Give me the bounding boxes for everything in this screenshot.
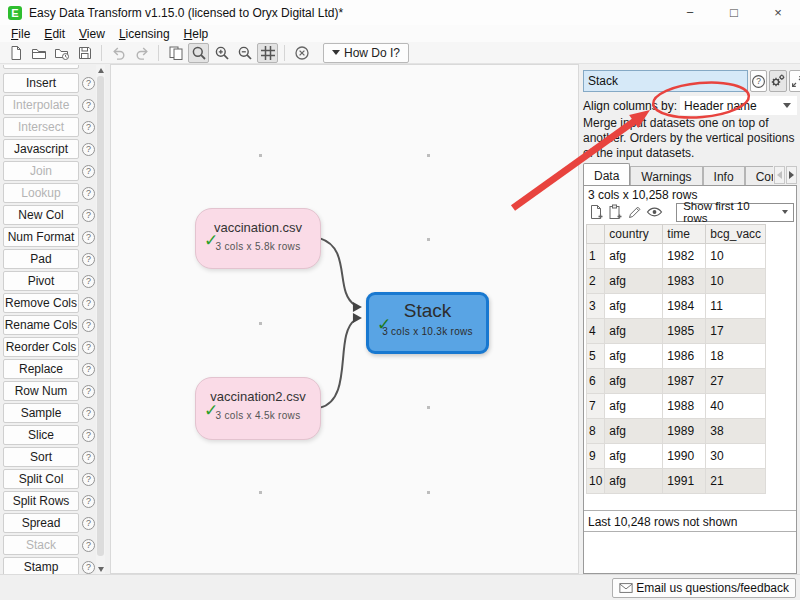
transform-button-replace[interactable]: Replace	[3, 359, 79, 379]
transform-button-stamp[interactable]: Stamp	[3, 557, 79, 574]
menu-edit[interactable]: Edit	[37, 27, 72, 41]
transform-button-pivot[interactable]: Pivot	[3, 271, 79, 291]
row-number-cell[interactable]: 2	[587, 269, 605, 294]
table-cell[interactable]: afg	[605, 369, 663, 394]
transform-button-slice[interactable]: Slice	[3, 425, 79, 445]
table-cell[interactable]: afg	[605, 394, 663, 419]
transform-button-sample[interactable]: Sample	[3, 403, 79, 423]
new-file-button[interactable]	[5, 43, 26, 63]
row-number-cell[interactable]: 6	[587, 369, 605, 394]
node-name-input[interactable]	[583, 70, 748, 92]
node-stack[interactable]: ✓ Stack 3 cols x 10.3k rows	[366, 292, 489, 354]
table-cell[interactable]: 40	[706, 394, 766, 419]
show-rows-select[interactable]: Show first 10 rows	[676, 203, 794, 222]
table-cell[interactable]: 1988	[663, 394, 706, 419]
help-icon[interactable]: ?	[82, 473, 95, 486]
table-cell[interactable]: 1987	[663, 369, 706, 394]
email-feedback-button[interactable]: Email us questions/feedback	[612, 578, 796, 598]
table-cell[interactable]: 1982	[663, 244, 706, 269]
help-button[interactable]: ?	[750, 70, 767, 92]
table-cell[interactable]: afg	[605, 319, 663, 344]
data-table[interactable]: countrytimebcg_vacc1afg1982102afg1983103…	[586, 224, 766, 494]
sidebar-clipped-button[interactable]	[3, 65, 79, 69]
table-cell[interactable]: afg	[605, 344, 663, 369]
tab-data[interactable]: Data	[583, 163, 630, 186]
transform-button-split-col[interactable]: Split Col	[3, 469, 79, 489]
help-icon[interactable]: ?	[82, 429, 95, 442]
table-cell[interactable]: afg	[605, 444, 663, 469]
tab-scroll-right-button[interactable]	[786, 166, 797, 184]
transform-button-remove-cols[interactable]: Remove Cols	[3, 293, 79, 313]
transform-button-reorder-cols[interactable]: Reorder Cols	[3, 337, 79, 357]
table-cell[interactable]: 1985	[663, 319, 706, 344]
help-icon[interactable]: ?	[82, 319, 95, 332]
transform-button-intersect[interactable]: Intersect	[3, 117, 79, 137]
tab-scroll-left-button[interactable]	[774, 166, 785, 184]
transform-button-sort[interactable]: Sort	[3, 447, 79, 467]
expand-panel-button[interactable]	[789, 70, 800, 92]
transform-button-insert[interactable]: Insert	[3, 73, 79, 93]
row-number-cell[interactable]: 10	[587, 469, 605, 494]
node-vaccination2-csv[interactable]: ✓ vaccination2.csv 3 cols x 4.5k rows	[195, 377, 321, 440]
table-cell[interactable]: 38	[706, 419, 766, 444]
table-cell[interactable]: 11	[706, 294, 766, 319]
table-cell[interactable]: afg	[605, 294, 663, 319]
copy-clipboard-button[interactable]	[606, 203, 626, 222]
help-icon[interactable]: ?	[82, 143, 95, 156]
transform-button-lookup[interactable]: Lookup	[3, 183, 79, 203]
table-cell[interactable]: afg	[605, 419, 663, 444]
transform-button-split-rows[interactable]: Split Rows	[3, 491, 79, 511]
transform-button-interpolate[interactable]: Interpolate	[3, 95, 79, 115]
transform-button-spread[interactable]: Spread	[3, 513, 79, 533]
view-button[interactable]	[645, 203, 665, 222]
help-icon[interactable]: ?	[82, 99, 95, 112]
table-cell[interactable]: 10	[706, 269, 766, 294]
table-cell[interactable]: 17	[706, 319, 766, 344]
sidebar-scrollbar[interactable]	[96, 65, 105, 574]
pipeline-canvas[interactable]: ✓ vaccination.csv 3 cols x 5.8k rows ✓ S…	[110, 64, 579, 574]
help-icon[interactable]: ?	[82, 385, 95, 398]
duplicate-button[interactable]	[165, 43, 186, 63]
row-number-cell[interactable]: 5	[587, 344, 605, 369]
help-icon[interactable]: ?	[82, 253, 95, 266]
table-cell[interactable]: 21	[706, 469, 766, 494]
transform-button-javascript[interactable]: Javascript	[3, 139, 79, 159]
table-cell[interactable]: 1986	[663, 344, 706, 369]
edit-button[interactable]	[625, 203, 645, 222]
table-cell[interactable]: 1989	[663, 419, 706, 444]
help-icon[interactable]: ?	[82, 341, 95, 354]
transform-button-stack[interactable]: Stack	[3, 535, 79, 555]
settings-button[interactable]	[769, 70, 787, 92]
row-number-cell[interactable]: 9	[587, 444, 605, 469]
help-icon[interactable]: ?	[82, 231, 95, 244]
open-recent-button[interactable]	[51, 43, 72, 63]
transform-button-new-col[interactable]: New Col	[3, 205, 79, 225]
help-icon[interactable]: ?	[82, 297, 95, 310]
minimize-button[interactable]: −	[668, 0, 712, 25]
help-icon[interactable]: ?	[82, 517, 95, 530]
help-icon[interactable]: ?	[82, 165, 95, 178]
row-number-cell[interactable]: 8	[587, 419, 605, 444]
redo-button[interactable]	[131, 43, 152, 63]
table-cell[interactable]: 30	[706, 444, 766, 469]
row-number-cell[interactable]: 4	[587, 319, 605, 344]
transform-button-num-format[interactable]: Num Format	[3, 227, 79, 247]
menu-help[interactable]: Help	[177, 27, 216, 41]
tab-comm[interactable]: Comm	[745, 166, 773, 186]
table-cell[interactable]: 1983	[663, 269, 706, 294]
menu-view[interactable]: View	[72, 27, 112, 41]
table-cell[interactable]: 1990	[663, 444, 706, 469]
table-cell[interactable]: afg	[605, 269, 663, 294]
transform-button-join[interactable]: Join	[3, 161, 79, 181]
row-number-cell[interactable]: 1	[587, 244, 605, 269]
table-cell[interactable]: 27	[706, 369, 766, 394]
row-number-cell[interactable]: 7	[587, 394, 605, 419]
help-icon[interactable]: ?	[82, 187, 95, 200]
help-icon[interactable]: ?	[82, 363, 95, 376]
scroll-up-button[interactable]	[96, 65, 105, 75]
help-icon[interactable]: ?	[82, 451, 95, 464]
node-vaccination-csv[interactable]: ✓ vaccination.csv 3 cols x 5.8k rows	[195, 208, 321, 269]
close-button[interactable]: ×	[756, 0, 800, 25]
help-icon[interactable]: ?	[82, 407, 95, 420]
open-file-button[interactable]	[28, 43, 49, 63]
